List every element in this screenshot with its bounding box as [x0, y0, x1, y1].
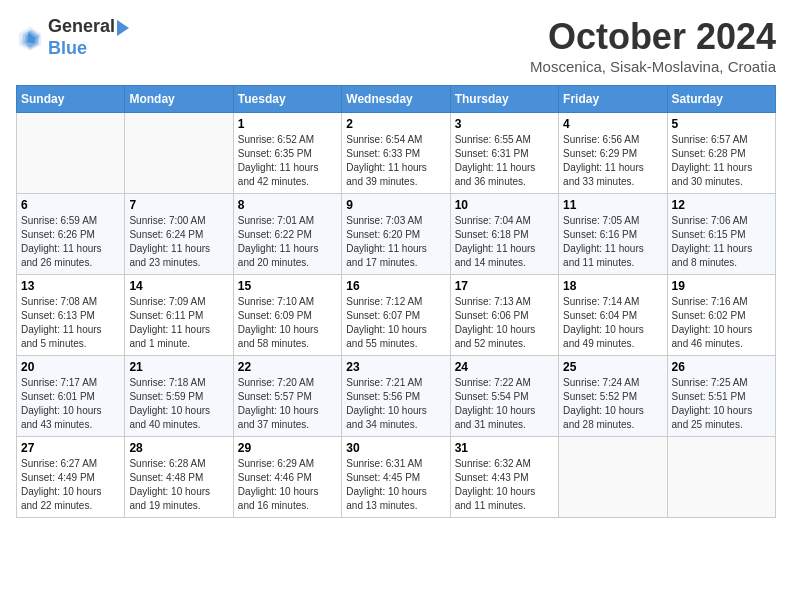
day-number: 25 — [563, 360, 662, 374]
day-info: Sunrise: 7:17 AM Sunset: 6:01 PM Dayligh… — [21, 376, 120, 432]
page-header: General Blue October 2024 Moscenica, Sis… — [16, 16, 776, 75]
day-info: Sunrise: 6:56 AM Sunset: 6:29 PM Dayligh… — [563, 133, 662, 189]
day-number: 19 — [672, 279, 771, 293]
calendar-body: 1Sunrise: 6:52 AM Sunset: 6:35 PM Daylig… — [17, 113, 776, 518]
calendar-cell: 5Sunrise: 6:57 AM Sunset: 6:28 PM Daylig… — [667, 113, 775, 194]
day-number: 4 — [563, 117, 662, 131]
calendar-cell: 17Sunrise: 7:13 AM Sunset: 6:06 PM Dayli… — [450, 275, 558, 356]
calendar-cell — [17, 113, 125, 194]
day-info: Sunrise: 7:03 AM Sunset: 6:20 PM Dayligh… — [346, 214, 445, 270]
day-header-thursday: Thursday — [450, 86, 558, 113]
day-number: 13 — [21, 279, 120, 293]
calendar-cell: 30Sunrise: 6:31 AM Sunset: 4:45 PM Dayli… — [342, 437, 450, 518]
day-info: Sunrise: 7:22 AM Sunset: 5:54 PM Dayligh… — [455, 376, 554, 432]
calendar-cell: 24Sunrise: 7:22 AM Sunset: 5:54 PM Dayli… — [450, 356, 558, 437]
logo-triangle-icon — [115, 18, 131, 38]
calendar-cell: 19Sunrise: 7:16 AM Sunset: 6:02 PM Dayli… — [667, 275, 775, 356]
calendar-cell — [125, 113, 233, 194]
calendar-week-2: 6Sunrise: 6:59 AM Sunset: 6:26 PM Daylig… — [17, 194, 776, 275]
calendar-cell: 11Sunrise: 7:05 AM Sunset: 6:16 PM Dayli… — [559, 194, 667, 275]
day-number: 27 — [21, 441, 120, 455]
days-of-week-row: SundayMondayTuesdayWednesdayThursdayFrid… — [17, 86, 776, 113]
day-info: Sunrise: 6:28 AM Sunset: 4:48 PM Dayligh… — [129, 457, 228, 513]
day-info: Sunrise: 7:13 AM Sunset: 6:06 PM Dayligh… — [455, 295, 554, 351]
day-info: Sunrise: 7:04 AM Sunset: 6:18 PM Dayligh… — [455, 214, 554, 270]
calendar-cell: 3Sunrise: 6:55 AM Sunset: 6:31 PM Daylig… — [450, 113, 558, 194]
day-header-monday: Monday — [125, 86, 233, 113]
calendar-cell: 18Sunrise: 7:14 AM Sunset: 6:04 PM Dayli… — [559, 275, 667, 356]
calendar-cell: 22Sunrise: 7:20 AM Sunset: 5:57 PM Dayli… — [233, 356, 341, 437]
day-info: Sunrise: 6:29 AM Sunset: 4:46 PM Dayligh… — [238, 457, 337, 513]
calendar-cell: 7Sunrise: 7:00 AM Sunset: 6:24 PM Daylig… — [125, 194, 233, 275]
calendar-cell: 29Sunrise: 6:29 AM Sunset: 4:46 PM Dayli… — [233, 437, 341, 518]
calendar-week-4: 20Sunrise: 7:17 AM Sunset: 6:01 PM Dayli… — [17, 356, 776, 437]
day-header-sunday: Sunday — [17, 86, 125, 113]
day-number: 15 — [238, 279, 337, 293]
title-block: October 2024 Moscenica, Sisak-Moslavina,… — [530, 16, 776, 75]
day-header-wednesday: Wednesday — [342, 86, 450, 113]
calendar-cell: 1Sunrise: 6:52 AM Sunset: 6:35 PM Daylig… — [233, 113, 341, 194]
calendar-cell: 21Sunrise: 7:18 AM Sunset: 5:59 PM Dayli… — [125, 356, 233, 437]
day-number: 14 — [129, 279, 228, 293]
day-number: 3 — [455, 117, 554, 131]
day-info: Sunrise: 6:31 AM Sunset: 4:45 PM Dayligh… — [346, 457, 445, 513]
day-info: Sunrise: 7:09 AM Sunset: 6:11 PM Dayligh… — [129, 295, 228, 351]
day-header-tuesday: Tuesday — [233, 86, 341, 113]
day-number: 11 — [563, 198, 662, 212]
day-info: Sunrise: 7:12 AM Sunset: 6:07 PM Dayligh… — [346, 295, 445, 351]
day-number: 26 — [672, 360, 771, 374]
day-number: 30 — [346, 441, 445, 455]
day-number: 5 — [672, 117, 771, 131]
calendar-cell: 26Sunrise: 7:25 AM Sunset: 5:51 PM Dayli… — [667, 356, 775, 437]
logo-icon — [16, 24, 44, 52]
day-info: Sunrise: 7:21 AM Sunset: 5:56 PM Dayligh… — [346, 376, 445, 432]
day-info: Sunrise: 7:16 AM Sunset: 6:02 PM Dayligh… — [672, 295, 771, 351]
day-number: 31 — [455, 441, 554, 455]
day-info: Sunrise: 6:57 AM Sunset: 6:28 PM Dayligh… — [672, 133, 771, 189]
day-info: Sunrise: 7:25 AM Sunset: 5:51 PM Dayligh… — [672, 376, 771, 432]
day-info: Sunrise: 7:20 AM Sunset: 5:57 PM Dayligh… — [238, 376, 337, 432]
day-info: Sunrise: 6:59 AM Sunset: 6:26 PM Dayligh… — [21, 214, 120, 270]
day-info: Sunrise: 7:10 AM Sunset: 6:09 PM Dayligh… — [238, 295, 337, 351]
calendar-cell: 10Sunrise: 7:04 AM Sunset: 6:18 PM Dayli… — [450, 194, 558, 275]
day-number: 1 — [238, 117, 337, 131]
calendar-cell: 4Sunrise: 6:56 AM Sunset: 6:29 PM Daylig… — [559, 113, 667, 194]
day-info: Sunrise: 6:54 AM Sunset: 6:33 PM Dayligh… — [346, 133, 445, 189]
day-info: Sunrise: 7:06 AM Sunset: 6:15 PM Dayligh… — [672, 214, 771, 270]
day-header-friday: Friday — [559, 86, 667, 113]
day-number: 21 — [129, 360, 228, 374]
day-number: 7 — [129, 198, 228, 212]
calendar-cell: 25Sunrise: 7:24 AM Sunset: 5:52 PM Dayli… — [559, 356, 667, 437]
day-number: 17 — [455, 279, 554, 293]
logo-text: General Blue — [48, 16, 131, 59]
day-number: 23 — [346, 360, 445, 374]
calendar-cell: 9Sunrise: 7:03 AM Sunset: 6:20 PM Daylig… — [342, 194, 450, 275]
calendar-week-1: 1Sunrise: 6:52 AM Sunset: 6:35 PM Daylig… — [17, 113, 776, 194]
calendar-cell: 23Sunrise: 7:21 AM Sunset: 5:56 PM Dayli… — [342, 356, 450, 437]
logo: General Blue — [16, 16, 131, 59]
day-info: Sunrise: 7:00 AM Sunset: 6:24 PM Dayligh… — [129, 214, 228, 270]
logo-general: General — [48, 16, 115, 38]
day-number: 12 — [672, 198, 771, 212]
svg-marker-3 — [117, 20, 129, 36]
day-info: Sunrise: 6:27 AM Sunset: 4:49 PM Dayligh… — [21, 457, 120, 513]
calendar-cell: 31Sunrise: 6:32 AM Sunset: 4:43 PM Dayli… — [450, 437, 558, 518]
calendar-week-5: 27Sunrise: 6:27 AM Sunset: 4:49 PM Dayli… — [17, 437, 776, 518]
calendar-week-3: 13Sunrise: 7:08 AM Sunset: 6:13 PM Dayli… — [17, 275, 776, 356]
day-number: 2 — [346, 117, 445, 131]
calendar-cell: 8Sunrise: 7:01 AM Sunset: 6:22 PM Daylig… — [233, 194, 341, 275]
day-header-saturday: Saturday — [667, 86, 775, 113]
day-info: Sunrise: 6:52 AM Sunset: 6:35 PM Dayligh… — [238, 133, 337, 189]
calendar-cell: 16Sunrise: 7:12 AM Sunset: 6:07 PM Dayli… — [342, 275, 450, 356]
calendar-cell: 14Sunrise: 7:09 AM Sunset: 6:11 PM Dayli… — [125, 275, 233, 356]
calendar-cell: 15Sunrise: 7:10 AM Sunset: 6:09 PM Dayli… — [233, 275, 341, 356]
day-number: 20 — [21, 360, 120, 374]
calendar-cell: 20Sunrise: 7:17 AM Sunset: 6:01 PM Dayli… — [17, 356, 125, 437]
day-number: 18 — [563, 279, 662, 293]
day-number: 22 — [238, 360, 337, 374]
day-info: Sunrise: 6:55 AM Sunset: 6:31 PM Dayligh… — [455, 133, 554, 189]
calendar-cell: 6Sunrise: 6:59 AM Sunset: 6:26 PM Daylig… — [17, 194, 125, 275]
calendar-cell: 12Sunrise: 7:06 AM Sunset: 6:15 PM Dayli… — [667, 194, 775, 275]
day-info: Sunrise: 7:18 AM Sunset: 5:59 PM Dayligh… — [129, 376, 228, 432]
calendar-cell: 27Sunrise: 6:27 AM Sunset: 4:49 PM Dayli… — [17, 437, 125, 518]
